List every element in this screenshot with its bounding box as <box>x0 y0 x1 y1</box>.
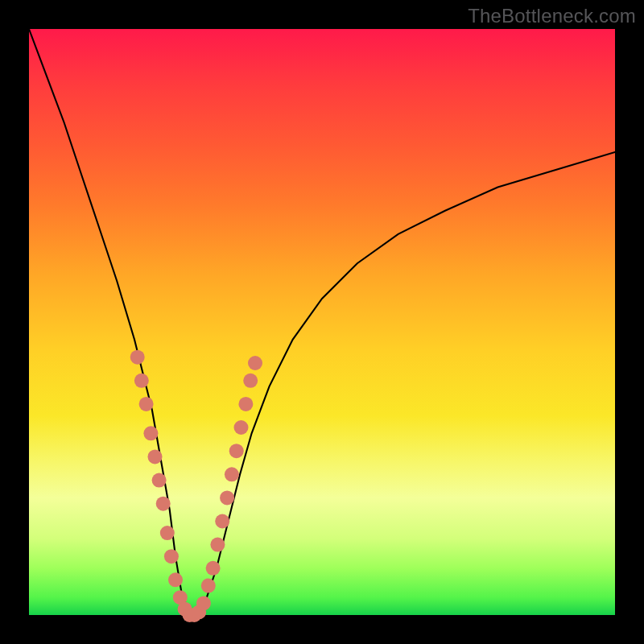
curve-marker <box>229 444 244 458</box>
curve-marker <box>152 473 167 488</box>
curve-marker <box>243 374 258 388</box>
curve-marker <box>234 420 249 435</box>
curve-marker <box>248 356 262 370</box>
watermark-label: TheBottleneck.com <box>468 5 636 27</box>
curve-marker <box>164 549 179 564</box>
curve-marker <box>139 397 154 411</box>
bottleneck-curve <box>29 29 615 615</box>
curve-marker <box>206 561 221 576</box>
curve-marker <box>134 374 149 388</box>
curve-layer <box>29 29 615 615</box>
curve-marker <box>143 426 158 440</box>
marker-layer <box>130 350 262 622</box>
curve-marker <box>156 497 171 511</box>
curve-marker <box>210 538 225 552</box>
chart-frame: TheBottleneck.com <box>0 0 644 644</box>
curve-marker <box>225 467 239 481</box>
curve-marker <box>168 572 183 587</box>
curve-marker <box>196 596 211 610</box>
curve-marker <box>220 490 234 505</box>
curve-marker <box>148 449 163 464</box>
curve-marker <box>201 579 216 593</box>
curve-marker <box>160 526 175 540</box>
curve-marker <box>215 514 229 529</box>
curve-marker <box>130 350 145 365</box>
plot-area <box>29 29 615 615</box>
curve-marker <box>238 397 253 411</box>
